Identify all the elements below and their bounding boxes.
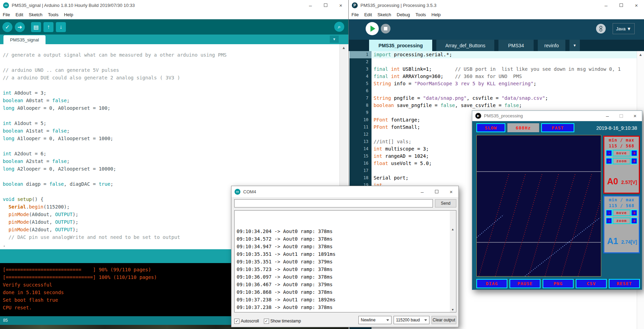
scope-close-button[interactable]: × xyxy=(628,111,642,121)
code-line[interactable] xyxy=(3,142,339,150)
scope-minimize-button[interactable]: – xyxy=(601,111,614,121)
fast-button[interactable]: FAST xyxy=(541,123,574,132)
code-line[interactable]: 4final int ARRAYlong=360; // 360 max for… xyxy=(349,73,640,80)
code-line[interactable]: 3final int USBlink=1; // USB port in lis… xyxy=(349,66,640,73)
scope-button-diag[interactable]: DIAG xyxy=(476,279,507,288)
code-line[interactable]: // arduino UNO .. can generate 5V pulses xyxy=(3,66,339,74)
baud-rate-select[interactable]: 115200 baud xyxy=(394,316,429,324)
code-line[interactable]: 1import processing.serial.*; xyxy=(349,51,640,58)
verify-icon[interactable]: ✓ xyxy=(2,22,12,32)
serial-close-button[interactable]: × xyxy=(444,186,458,197)
processing-menu-edit[interactable]: Edit xyxy=(361,10,375,19)
code-line[interactable]: int A1dout = 5; xyxy=(3,119,339,127)
code-line[interactable]: 8boolean save_pngfile = false, save_csvf… xyxy=(349,102,640,109)
sample-rate-button[interactable]: 608Hz xyxy=(507,123,539,132)
a1-zoom-button[interactable]: zoom xyxy=(613,217,631,224)
upload-icon[interactable]: ➜ xyxy=(15,22,25,32)
code-line[interactable] xyxy=(3,112,339,119)
code-line[interactable]: int A2dout = 6; xyxy=(3,150,339,157)
arduino-menu-tools[interactable]: Tools xyxy=(45,10,61,19)
scope-button-png[interactable]: PNG xyxy=(543,279,574,288)
scope-button-csv[interactable]: CSV xyxy=(576,279,607,288)
arduino-menu-sketch[interactable]: Sketch xyxy=(26,10,45,19)
processing-menu-file[interactable]: File xyxy=(349,10,361,19)
tab-revinfo[interactable]: revinfo xyxy=(538,40,565,51)
a1-move-button[interactable]: move xyxy=(613,210,631,216)
serial-output-scrollbar[interactable]: ▲ ▼ xyxy=(450,211,456,312)
code-line[interactable]: // a arduino DUE could also generate 2 a… xyxy=(3,74,339,81)
code-line[interactable]: 2 xyxy=(349,58,640,66)
a1-zoom-plus-button[interactable]: + xyxy=(631,217,637,224)
code-line[interactable]: // generate a output signal what can be … xyxy=(3,51,339,59)
code-line[interactable] xyxy=(3,81,339,89)
mode-selector-java[interactable]: Java ▼ xyxy=(613,23,635,34)
code-line[interactable]: boolean A0stat = false; xyxy=(3,97,339,104)
new-sketch-icon[interactable]: ▤ xyxy=(31,22,41,32)
autoscroll-checkbox[interactable]: ✓ xyxy=(234,319,239,324)
arduino-menu-file[interactable]: File xyxy=(0,10,13,19)
code-line[interactable]: 6 xyxy=(349,87,640,95)
scroll-up-icon[interactable]: ▲ xyxy=(340,44,348,51)
a0-zoom-minus-button[interactable]: - xyxy=(606,158,612,164)
code-line[interactable]: 7String pngfile = "data/snap.png", csvfi… xyxy=(349,95,640,102)
slow-button[interactable]: SLOW xyxy=(476,123,505,132)
processing-minimize-button[interactable]: – xyxy=(598,0,614,10)
code-line[interactable]: long A1looper = 0, A1looperset = 1000; xyxy=(3,135,339,142)
arduino-menu-edit[interactable]: Edit xyxy=(13,10,26,19)
clear-output-button[interactable]: Clear output xyxy=(432,316,456,324)
a1-zoom-minus-button[interactable]: - xyxy=(606,217,612,224)
tab-array-def-buttons[interactable]: Array_def_Buttons xyxy=(436,40,494,51)
a0-zoom-button[interactable]: zoom xyxy=(613,158,631,164)
arduino-menu-help[interactable]: Help xyxy=(61,10,76,19)
a0-move-button[interactable]: move xyxy=(613,150,631,156)
show-timestamp-checkbox[interactable]: ✓ xyxy=(264,319,269,324)
serial-send-input[interactable] xyxy=(234,199,433,207)
send-button[interactable]: Send xyxy=(435,199,456,207)
code-line[interactable]: long A2looper = 0, A2looperset = 10000; xyxy=(3,165,339,173)
line-ending-select[interactable]: Newline xyxy=(358,316,392,324)
code-line[interactable]: boolean A1stat = false; xyxy=(3,127,339,135)
tab-pms35-signal[interactable]: PMS35_signal xyxy=(3,35,46,44)
processing-menu-tools[interactable]: Tools xyxy=(413,10,428,19)
processing-menu-debug[interactable]: Debug xyxy=(394,10,413,19)
code-line[interactable]: boolean A2stat = false; xyxy=(3,157,339,165)
stop-button[interactable] xyxy=(381,24,390,33)
tab-pms35-processing[interactable]: PMS35_processing xyxy=(369,40,432,51)
scroll-down-icon[interactable]: ▼ xyxy=(450,307,456,312)
arduino-minimize-button[interactable]: – xyxy=(303,0,318,10)
processing-close-button[interactable]: × xyxy=(629,0,644,10)
code-line[interactable]: long A0looper = 0, A0looperset = 100; xyxy=(3,104,339,112)
tab-dropdown-icon[interactable]: ▼ xyxy=(569,40,580,51)
processing-menu-help[interactable]: Help xyxy=(429,10,444,19)
scope-button-reset[interactable]: RESET xyxy=(609,279,640,288)
serial-minimize-button[interactable]: – xyxy=(415,186,429,197)
code-line[interactable] xyxy=(3,173,339,180)
scroll-up-icon[interactable]: ▲ xyxy=(450,226,456,232)
code-line[interactable]: int A0dout = 3; xyxy=(3,89,339,97)
line-number: 5 xyxy=(349,80,371,87)
arduino-maximize-button[interactable] xyxy=(318,0,333,10)
serial-output[interactable]: 09:10:34.204 -> Aout0 ramp: 378ms09:10:3… xyxy=(234,210,456,312)
processing-menu-sketch[interactable]: Sketch xyxy=(375,10,394,19)
serial-maximize-button[interactable] xyxy=(429,186,444,197)
a0-move-minus-button[interactable]: - xyxy=(606,150,612,156)
arduino-close-button[interactable]: × xyxy=(333,0,348,10)
code-line[interactable] xyxy=(3,59,339,66)
run-button[interactable] xyxy=(366,22,379,35)
open-icon[interactable]: ↑ xyxy=(43,22,53,32)
a1-voltage-value: 2.74[V] xyxy=(621,239,637,245)
a0-zoom-plus-button[interactable]: + xyxy=(631,158,637,164)
serial-monitor-icon[interactable]: ⌕ xyxy=(334,22,344,32)
scroll-up-icon[interactable]: ▲ xyxy=(637,51,644,58)
tab-pms34[interactable]: PMS34 xyxy=(498,40,534,51)
a0-move-plus-button[interactable]: + xyxy=(631,150,637,156)
debug-button[interactable] xyxy=(596,24,606,33)
save-icon[interactable]: ↓ xyxy=(56,22,66,32)
code-line[interactable]: 5String info = "PoorManScope 3 rev 5 by … xyxy=(349,80,640,87)
tab-dropdown-icon[interactable]: ▼ xyxy=(330,36,339,43)
scope-maximize-button[interactable] xyxy=(614,111,628,121)
processing-maximize-button[interactable] xyxy=(614,0,629,10)
a1-move-plus-button[interactable]: + xyxy=(631,210,637,216)
a1-move-minus-button[interactable]: - xyxy=(606,210,612,216)
scope-button-pause[interactable]: PAUSE xyxy=(509,279,541,288)
